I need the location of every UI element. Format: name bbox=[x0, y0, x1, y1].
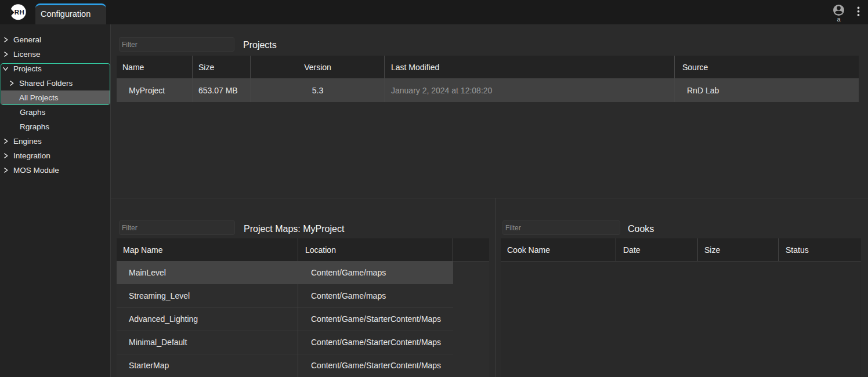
svg-text:RH: RH bbox=[15, 9, 24, 16]
